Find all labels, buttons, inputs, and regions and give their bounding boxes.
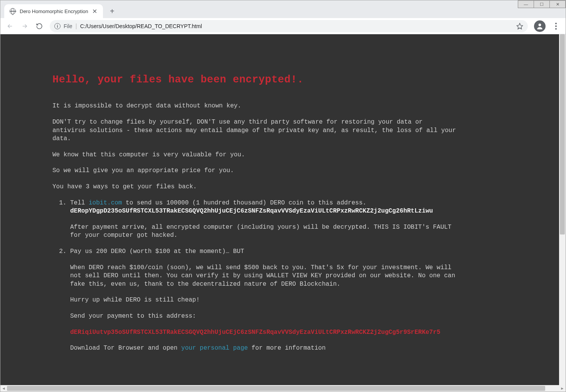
dero-address-2: dERiqiUutvp35oSUfRSTCXL53TRakECSGQVQ2hhU… xyxy=(70,328,457,337)
horizontal-scrollbar-thumb[interactable] xyxy=(7,386,545,391)
address-bar[interactable]: i File | C:/Users/User/Desktop/READ_TO_D… xyxy=(50,20,528,32)
arrow-left-icon xyxy=(7,23,13,30)
ransom-text: Download Tor Browser and open your perso… xyxy=(70,344,457,353)
list-item: Pay us 200 DERO (worth $100 at the momen… xyxy=(70,248,457,353)
personal-page-link[interactable]: your personal page xyxy=(181,345,248,352)
arrow-right-icon xyxy=(21,23,28,30)
address-scheme-label: File xyxy=(64,23,72,29)
vertical-scrollbar[interactable] xyxy=(559,34,566,385)
user-icon xyxy=(536,22,544,30)
bookmark-star-icon[interactable] xyxy=(516,23,523,30)
ransom-text: Send your payment to this address: xyxy=(70,312,457,321)
toolbar: i File | C:/Users/User/Desktop/READ_TO_D… xyxy=(0,18,566,34)
forward-button[interactable] xyxy=(18,20,31,33)
dero-address-1: dERopYDgpD235oSUfRSTCXL53TRakECSGQVQ2hhU… xyxy=(70,208,433,214)
close-tab-button[interactable]: ✕ xyxy=(92,8,98,14)
globe-icon xyxy=(10,8,16,14)
viewport: Hello, your files have been encrypted!. … xyxy=(0,34,566,392)
page-content: Hello, your files have been encrypted!. … xyxy=(0,34,559,385)
close-window-button[interactable]: ✕ xyxy=(549,0,566,8)
ransom-options-list: Tell iobit.com to send us 100000 (1 hund… xyxy=(52,199,457,353)
vertical-scrollbar-thumb[interactable] xyxy=(560,34,565,235)
new-tab-button[interactable]: + xyxy=(107,6,118,17)
horizontal-scrollbar[interactable]: ◄ ► xyxy=(0,385,566,392)
ransom-note: Hello, your files have been encrypted!. … xyxy=(52,73,457,353)
scroll-right-arrow-icon[interactable]: ► xyxy=(559,385,566,392)
minimize-button[interactable]: — xyxy=(518,0,534,8)
ransom-text: It is impossible to decrypt data without… xyxy=(52,102,457,111)
tab-title: Dero Homomorphic Encryption xyxy=(20,8,88,14)
ransom-text: Tell iobit.com to send us 100000 (1 hund… xyxy=(70,199,457,216)
menu-button[interactable] xyxy=(549,20,563,33)
ransom-text: Hurry up while DERO is still cheap! xyxy=(70,296,457,305)
browser-window: Dero Homomorphic Encryption ✕ + — ☐ ✕ i … xyxy=(0,0,566,392)
scroll-left-arrow-icon[interactable]: ◄ xyxy=(0,385,7,392)
ransom-text: After payment arrive, all encrypted comp… xyxy=(70,223,457,240)
ransom-text: When DERO reach $100/coin (soon), we wil… xyxy=(70,264,457,289)
ransom-text: So we will give you an appropriate price… xyxy=(52,167,457,175)
dot-icon xyxy=(555,28,557,30)
horizontal-scrollbar-track[interactable] xyxy=(7,385,559,392)
dot-icon xyxy=(555,23,557,24)
ransom-text: We know that this computer is very valua… xyxy=(52,151,457,159)
profile-button[interactable] xyxy=(534,20,546,32)
ransom-text: Pay us 200 DERO (worth $100 at the momen… xyxy=(70,248,457,256)
iobit-link[interactable]: iobit.com xyxy=(89,199,122,206)
list-item: Tell iobit.com to send us 100000 (1 hund… xyxy=(70,199,457,240)
ransom-heading: Hello, your files have been encrypted!. xyxy=(52,73,457,87)
address-url: C:/Users/User/Desktop/READ_TO_DECRYPT.ht… xyxy=(80,23,202,29)
address-separator: | xyxy=(76,23,77,30)
window-controls: — ☐ ✕ xyxy=(518,0,566,8)
reload-icon xyxy=(36,23,43,30)
svg-point-0 xyxy=(539,23,541,26)
info-icon[interactable]: i xyxy=(54,23,61,29)
maximize-button[interactable]: ☐ xyxy=(534,0,550,8)
back-button[interactable] xyxy=(3,20,17,33)
titlebar: Dero Homomorphic Encryption ✕ + — ☐ ✕ xyxy=(0,0,566,18)
dot-icon xyxy=(555,25,557,27)
reload-button[interactable] xyxy=(33,20,46,33)
browser-tab[interactable]: Dero Homomorphic Encryption ✕ xyxy=(4,4,103,18)
ransom-text: DON'T try to change files by yourself, D… xyxy=(52,118,457,143)
ransom-text: You have 3 ways to get your files back. xyxy=(52,183,457,191)
